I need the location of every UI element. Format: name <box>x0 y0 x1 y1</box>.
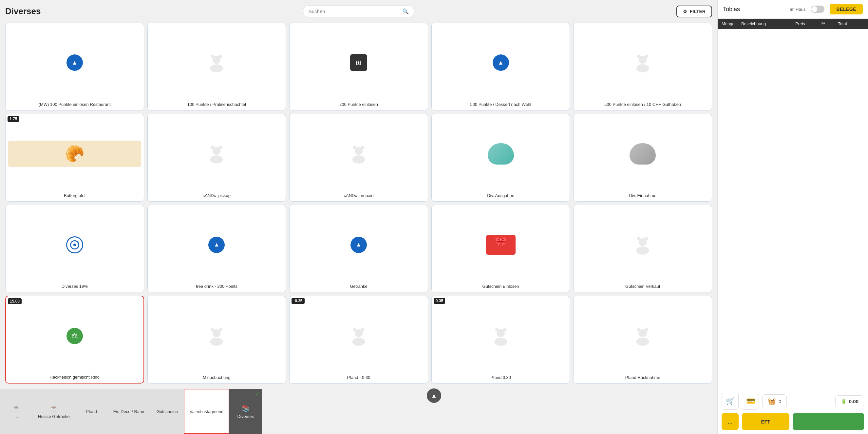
product-card-p20[interactable]: Pfand Rücknahme <box>573 296 712 383</box>
category-tab-c2[interactable]: ☕Heisse Getränke <box>33 389 75 434</box>
product-label: Div. Einnahme <box>629 193 656 199</box>
card-button[interactable]: 💳 <box>742 393 759 410</box>
product-image <box>292 208 425 282</box>
eft-button[interactable]: EFT <box>742 413 789 430</box>
product-card-p17[interactable]: Minusbuchung <box>147 296 286 383</box>
product-image: 🎀 <box>434 208 567 282</box>
basket-count-value: 0 <box>779 399 781 404</box>
svg-point-15 <box>361 146 365 149</box>
action-row-top: 🛒 💳 🧺 0 🔋 0.00 <box>721 393 864 410</box>
blue-circle-icon <box>66 54 83 71</box>
product-card-p12[interactable]: free drink - 200 Points <box>147 205 286 293</box>
product-card-p1[interactable]: (MW) 100 Punkte einlösen Restaurant <box>5 23 144 111</box>
category-tab-c4[interactable]: Eis-Deco / Rahm <box>108 389 151 434</box>
cart-button[interactable]: 🛒 <box>721 393 739 410</box>
product-image <box>292 117 425 191</box>
search-input[interactable] <box>309 8 402 14</box>
products-grid: (MW) 100 Punkte einlösen Restaurant100 P… <box>5 23 712 383</box>
battery-icon: 🔋 <box>841 398 847 404</box>
product-card-p14[interactable]: 🎀Gutschein Einlösen <box>431 205 570 293</box>
cat-tab-label: Eis-Deco / Rahm <box>113 409 146 414</box>
croissant-icon: 🥐 <box>8 141 141 167</box>
price-badge: 0.35 <box>434 298 445 304</box>
product-label: 500 Punkte einlösen / 10 CHF Guthaben <box>604 102 681 108</box>
search-bar[interactable]: 🔍 <box>303 5 414 18</box>
price-badge: 1.75 <box>7 116 19 122</box>
price-badge: 15.00 <box>8 298 22 304</box>
action-buttons: ... EFT <box>721 413 864 430</box>
category-tab-c7[interactable]: 📚Diverses✓ <box>229 389 262 434</box>
product-label: Hackfleisch gemischt Rind <box>50 375 100 380</box>
product-image <box>576 26 709 100</box>
product-image: ⊞ <box>292 26 425 100</box>
placeholder-icon <box>631 324 654 347</box>
svg-point-3 <box>219 55 222 58</box>
svg-point-22 <box>211 328 215 331</box>
right-panel: Tobias Im Haus BELEGE Menge Bezeichnung … <box>717 0 868 389</box>
category-tab-c6[interactable]: Valentinstagmenü <box>184 389 229 434</box>
product-card-p2[interactable]: 100 Punkte / Pralinenschachtel <box>147 23 286 111</box>
product-card-p9[interactable]: Div. Ausgaben <box>431 114 570 202</box>
product-label: Minusbuchung <box>203 375 230 381</box>
cat-tab-icon: ☕ <box>12 404 21 413</box>
svg-point-29 <box>494 338 507 346</box>
svg-point-7 <box>645 55 649 58</box>
product-label: cANDc_prepaid <box>344 193 373 199</box>
receipt-body <box>718 29 868 389</box>
category-tab-c3[interactable]: Pfand <box>75 389 108 434</box>
filter-button[interactable]: ⚙ FILTER <box>676 6 712 18</box>
product-label: Pfand 0.30 <box>490 375 511 381</box>
belege-button[interactable]: BELEGE <box>830 4 863 15</box>
page-title: Diverses <box>5 6 41 17</box>
product-card-p8[interactable]: cANDc_prepaid <box>289 114 428 202</box>
product-image <box>150 117 283 191</box>
blue-circle-icon <box>208 237 225 253</box>
cat-tab-icon: 📚 <box>241 404 250 413</box>
svg-point-35 <box>645 328 649 331</box>
category-tabs: ☕...☕Heisse GetränkePfandEis-Deco / Rahm… <box>0 389 717 434</box>
product-image <box>150 26 283 100</box>
product-image <box>292 299 425 373</box>
product-card-p10[interactable]: Div. Einnahme <box>573 114 712 202</box>
basket-count: 🧺 0 <box>762 394 787 408</box>
svg-point-18 <box>637 237 641 240</box>
svg-point-2 <box>211 55 215 58</box>
product-card-p16[interactable]: 15.00⚖Hackfleisch gemischt Rind <box>5 296 144 383</box>
product-label: 500 Punkte / Dessert nach Wahl <box>470 102 531 108</box>
product-card-p6[interactable]: 1.75🥐Buttergipfel <box>5 114 144 202</box>
user-name: Tobias <box>723 6 740 13</box>
product-card-p5[interactable]: 500 Punkte einlösen / 10 CHF Guthaben <box>573 23 712 111</box>
im-haus-toggle[interactable] <box>811 6 825 13</box>
im-haus-label: Im Haus <box>790 7 805 12</box>
product-card-p7[interactable]: cANDc_pickup <box>147 114 286 202</box>
pay-button[interactable] <box>793 413 864 430</box>
filter-label: FILTER <box>690 9 706 14</box>
product-card-p11[interactable]: Diverses 19% <box>5 205 144 293</box>
price-badge: -0.35 <box>291 298 304 304</box>
scroll-up-button[interactable]: ▲ <box>427 388 441 403</box>
svg-point-21 <box>210 338 223 346</box>
dots-button[interactable]: ... <box>721 413 739 430</box>
svg-point-27 <box>361 328 365 331</box>
product-card-p15[interactable]: Gutschein Verkauf <box>573 205 712 293</box>
product-image <box>434 299 567 373</box>
cat-tab-icon: ☕ <box>50 404 58 413</box>
product-card-p13[interactable]: Getränke <box>289 205 428 293</box>
category-tab-c5[interactable]: Gutscheine <box>151 389 184 434</box>
product-card-p3[interactable]: ⊞200 Punkte einlösen <box>289 23 428 111</box>
svg-point-14 <box>353 146 356 149</box>
placeholder-icon <box>205 324 228 347</box>
product-label: Div. Ausgaben <box>487 193 514 199</box>
svg-point-11 <box>219 146 222 149</box>
col-total: Total <box>838 21 864 26</box>
svg-point-17 <box>637 247 649 255</box>
svg-point-33 <box>637 338 649 346</box>
svg-point-34 <box>637 328 641 331</box>
product-label: cANDc_pickup <box>203 193 230 199</box>
category-tab-c1[interactable]: ☕... <box>0 389 33 434</box>
product-card-p4[interactable]: 500 Punkte / Dessert nach Wahl <box>431 23 570 111</box>
product-card-p18[interactable]: -0.35Pfand - 0.30 <box>289 296 428 383</box>
product-card-p19[interactable]: 0.35Pfand 0.30 <box>431 296 570 383</box>
cat-tab-label: Heisse Getränke <box>38 414 70 419</box>
product-image <box>8 208 141 282</box>
